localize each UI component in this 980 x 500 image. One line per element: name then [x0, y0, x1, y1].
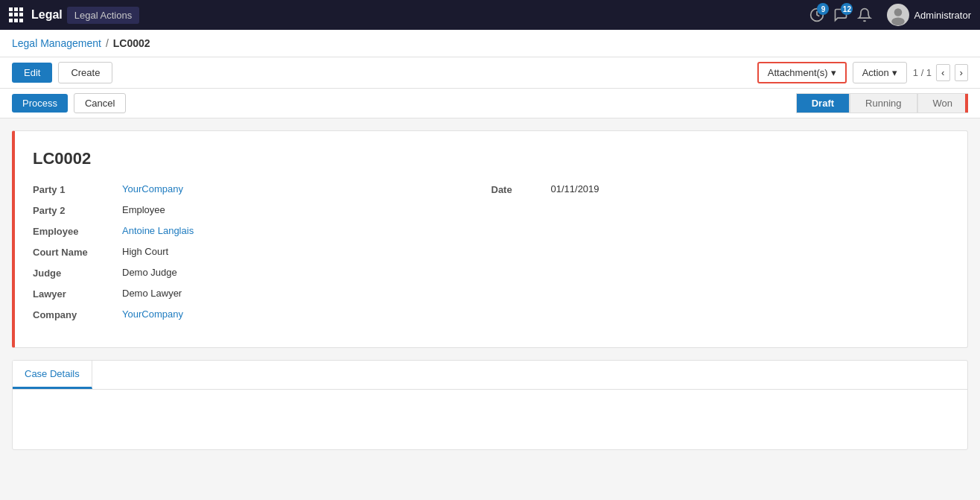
edit-button[interactable]: Edit — [12, 63, 52, 83]
attachment-button[interactable]: Attachment(s) ▾ — [757, 62, 847, 83]
top-navigation: Legal Legal Actions 9 12 — [0, 0, 980, 30]
breadcrumb: Legal Management / LC0002 — [0, 30, 980, 57]
user-section[interactable]: Administrator — [887, 4, 971, 26]
breadcrumb-separator: / — [106, 37, 109, 49]
avatar — [887, 4, 909, 26]
date-row: Date 01/11/2019 — [491, 183, 950, 195]
pagination-next[interactable]: › — [955, 64, 968, 81]
breadcrumb-parent[interactable]: Legal Management — [12, 37, 101, 49]
company-row: Company YourCompany — [33, 308, 491, 320]
module-name[interactable]: Legal Actions — [67, 7, 139, 24]
judge-value: Demo Judge — [122, 267, 491, 278]
employee-label: Employee — [33, 225, 122, 237]
action-bar: Edit Create Attachment(s) ▾ Action ▾ 1 /… — [0, 57, 980, 89]
attachment-label: Attachment(s) — [768, 67, 828, 78]
pagination-prev[interactable]: ‹ — [936, 64, 949, 81]
status-step-won[interactable]: Won — [917, 93, 969, 113]
lawyer-value: Demo Lawyer — [122, 288, 491, 299]
svg-point-2 — [892, 18, 906, 26]
lawyer-label: Lawyer — [33, 288, 122, 300]
main-content: LC0002 Party 1 YourCompany Party 2 Emplo… — [0, 118, 980, 462]
clock-badge: 9 — [817, 3, 829, 15]
pagination-text: 1 / 1 — [913, 67, 932, 78]
status-bar: Process Cancel Draft Running Won — [0, 89, 980, 118]
apps-icon[interactable] — [9, 7, 24, 22]
date-label: Date — [491, 183, 551, 195]
party2-label: Party 2 — [33, 204, 122, 216]
party1-row: Party 1 YourCompany — [33, 183, 491, 195]
party1-value[interactable]: YourCompany — [122, 183, 491, 194]
status-indicator — [965, 94, 968, 113]
court-name-label: Court Name — [33, 246, 122, 258]
clock-icon-wrap[interactable]: 9 — [809, 7, 824, 22]
bell-icon-wrap[interactable] — [857, 7, 872, 22]
company-value[interactable]: YourCompany — [122, 308, 491, 320]
tab-content — [13, 390, 967, 449]
create-button[interactable]: Create — [58, 62, 112, 83]
record-id: LC0002 — [33, 149, 949, 168]
judge-row: Judge Demo Judge — [33, 267, 491, 279]
status-step-running[interactable]: Running — [850, 93, 917, 113]
company-label: Company — [33, 308, 122, 320]
judge-label: Judge — [33, 267, 122, 279]
employee-row: Employee Antoine Langlais — [33, 225, 491, 237]
date-value: 01/11/2019 — [551, 183, 950, 194]
user-name: Administrator — [914, 10, 971, 21]
process-button[interactable]: Process — [12, 94, 68, 113]
party2-value: Employee — [122, 204, 491, 215]
nav-icons: 9 12 Administrator — [809, 4, 971, 26]
chat-badge: 12 — [841, 3, 853, 15]
tab-case-details[interactable]: Case Details — [13, 361, 92, 389]
action-dropdown-icon: ▾ — [892, 67, 897, 78]
form-grid: Party 1 YourCompany Party 2 Employee Emp… — [33, 183, 949, 329]
lawyer-row: Lawyer Demo Lawyer — [33, 288, 491, 300]
attachment-dropdown-icon: ▾ — [831, 67, 836, 78]
form-right: Date 01/11/2019 — [491, 183, 950, 329]
party1-label: Party 1 — [33, 183, 122, 195]
cancel-button[interactable]: Cancel — [74, 93, 126, 113]
record-card: LC0002 Party 1 YourCompany Party 2 Emplo… — [12, 130, 968, 348]
status-steps: Draft Running Won — [796, 93, 968, 113]
chat-icon-wrap[interactable]: 12 — [833, 7, 848, 22]
status-step-draft[interactable]: Draft — [796, 93, 850, 113]
action-label: Action — [862, 67, 889, 78]
breadcrumb-current: LC0002 — [113, 37, 150, 49]
action-button[interactable]: Action ▾ — [853, 62, 907, 83]
court-name-row: Court Name High Court — [33, 246, 491, 258]
app-name: Legal — [31, 8, 63, 22]
court-name-value: High Court — [122, 246, 491, 257]
form-left: Party 1 YourCompany Party 2 Employee Emp… — [33, 183, 491, 329]
employee-value[interactable]: Antoine Langlais — [122, 225, 491, 236]
tabs-bar: Case Details — [12, 360, 968, 450]
party2-row: Party 2 Employee — [33, 204, 491, 216]
tab-list: Case Details — [13, 361, 967, 390]
svg-point-1 — [894, 8, 903, 16]
pagination: 1 / 1 ‹ › — [913, 64, 968, 81]
